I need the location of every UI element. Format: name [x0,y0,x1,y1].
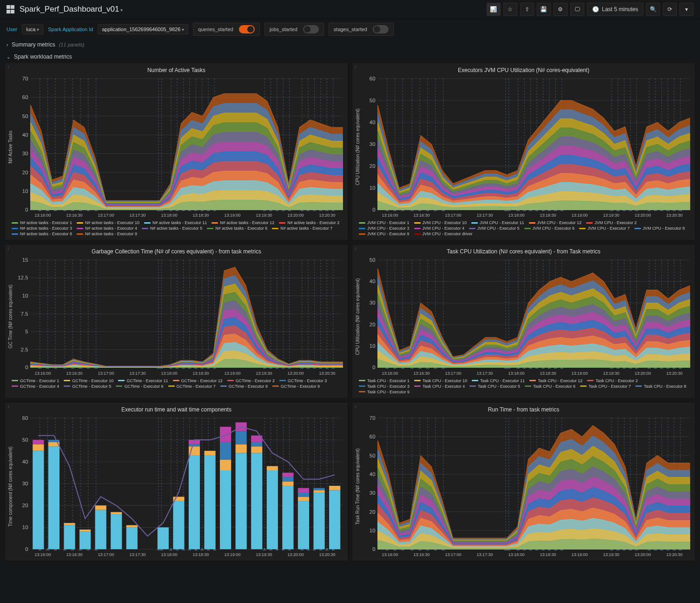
legend-item[interactable]: GCTime - Executor 5 [64,384,111,389]
chevron-down-icon: ⌄ [7,54,10,60]
svg-text:0: 0 [372,207,375,212]
legend-item[interactable]: Task CPU - Executor 1 [359,378,409,383]
chart-area[interactable]: 010203040506070 13:16:0013:16:3013:17:00… [361,416,692,557]
chart-area[interactable]: 0102030405060 13:16:0013:16:3013:17:0013… [14,416,345,557]
legend-item[interactable]: N# active tasks - Executor 10 [77,220,139,225]
legend-item[interactable]: JVM CPU - Executor 8 [634,226,685,231]
legend-item[interactable]: Task CPU - Executor 9 [359,390,409,394]
legend-item[interactable]: JVM CPU - Executor 4 [414,226,465,231]
toggle-switch[interactable] [239,25,255,33]
x-axis-ticks: 13:16:0013:16:3013:17:0013:17:3013:18:00… [14,212,345,218]
legend-item[interactable]: GCTime - Executor 12 [173,378,223,383]
toggle-queries_started[interactable]: queries_started [193,23,260,36]
row-spark-workload-metrics[interactable]: ⌄ Spark workload metrics [0,51,700,63]
legend-item[interactable]: GCTime - Executor 11 [118,378,168,383]
legend-item[interactable]: GCTime - Executor 7 [168,384,216,389]
legend-item[interactable]: GCTime - Executor 10 [64,378,113,383]
y-axis-label: Task Run Time (N# cores equivalent) [355,416,361,557]
toggle-stages_started[interactable]: stages_started [329,23,394,36]
legend: JVM CPU - Executor 1JVM CPU - Executor 1… [355,218,692,236]
legend-item[interactable]: GCTime - Executor 1 [12,378,59,383]
settings-button[interactable]: ⚙ [554,3,568,16]
cycle-view-button[interactable]: 🖵 [570,3,584,16]
legend-item[interactable]: N# active tasks - Executor 6 [207,226,267,231]
legend-item[interactable]: JVM CPU - Executor 12 [529,220,582,225]
time-range-button[interactable]: 🕓 Last 5 minutes [587,3,643,16]
star-button[interactable]: ☆ [503,3,517,16]
legend-item[interactable]: Task CPU - Executor 5 [469,384,520,389]
svg-rect-400 [282,481,293,485]
toggle-switch[interactable] [303,25,319,33]
panel-run-time[interactable]: Run Time - from task metrics Task Run Ti… [352,402,695,561]
legend-item[interactable]: GCTime - Executor 9 [272,384,320,389]
legend-item[interactable]: Task CPU - Executor 8 [635,384,686,389]
legend-item[interactable]: GCTime - Executor 3 [279,378,327,383]
svg-rect-405 [298,492,309,497]
legend-item[interactable]: Task CPU - Executor 12 [529,378,582,383]
y-axis-label: N# Active Tasks [8,76,14,218]
svg-rect-408 [313,490,324,492]
legend-item[interactable]: JVM CPU - Executor 2 [586,220,637,225]
legend-item[interactable]: Task CPU - Executor 3 [359,384,409,389]
row-summary-metrics[interactable]: › Summary metrics (11 panels) [0,39,700,51]
svg-text:60: 60 [22,94,28,100]
legend-item[interactable]: N# active tasks - Executor 2 [279,220,339,225]
legend-item[interactable]: Task CPU - Executor 11 [472,378,525,383]
legend-item[interactable]: JVM CPU - Executor 1 [359,220,409,225]
panel-gc-time[interactable]: Garbage Collection Time (N# of cores equ… [5,244,348,398]
legend-item[interactable]: GCTime - Executor 2 [227,378,275,383]
x-axis-ticks: 13:16:0013:16:3013:17:0013:17:3013:18:00… [361,212,692,218]
svg-text:2.5: 2.5 [21,347,28,352]
legend-item[interactable]: N# active tasks - Executor 4 [77,226,137,231]
svg-rect-375 [126,525,138,528]
legend-item[interactable]: N# active tasks - Executor 5 [142,226,202,231]
var-user-value[interactable]: luca [22,24,43,34]
share-button[interactable]: ⇪ [520,3,534,16]
svg-rect-369 [79,530,91,532]
refresh-button[interactable]: ⟳ [663,3,677,16]
legend-item[interactable]: N# active tasks - Executor 3 [12,226,72,231]
legend-item[interactable]: JVM CPU - Executor 5 [469,226,520,231]
legend-item[interactable]: GCTime - Executor 8 [220,384,268,389]
legend-item[interactable]: Task CPU - Executor 7 [580,384,631,389]
legend-item[interactable]: JVM CPU - Executor 9 [359,232,409,236]
legend-item[interactable]: JVM CPU - Executor 6 [524,226,575,231]
legend-item[interactable]: JVM CPU - Executor driver [414,232,473,236]
legend-item[interactable]: N# active tasks - Executor 8 [12,232,72,236]
chart-area[interactable]: 010203040506070 13:16:0013:16:3013:17:00… [14,76,345,218]
legend-item[interactable]: Task CPU - Executor 4 [414,384,465,389]
row-title: Spark workload metrics [14,53,72,60]
chart-area[interactable]: 0102030405060 13:16:0013:16:3013:17:0013… [361,76,692,218]
legend-item[interactable]: JVM CPU - Executor 10 [414,220,467,225]
chart-area[interactable]: 01020304050 13:16:0013:16:3013:17:0013:1… [361,258,692,376]
legend-item[interactable]: JVM CPU - Executor 3 [359,226,409,231]
legend-item[interactable]: Task CPU - Executor 6 [525,384,575,389]
var-app-value[interactable]: application_1562699646005_9826 [98,24,188,34]
add-panel-button[interactable]: 📊 [487,3,501,16]
legend-item[interactable]: N# active tasks - Executor 9 [77,232,137,236]
legend-item[interactable]: N# active tasks - Executor 7 [272,226,332,231]
toggle-switch[interactable] [373,25,389,33]
legend-item[interactable]: GCTime - Executor 6 [116,384,163,389]
svg-text:10: 10 [22,293,28,298]
legend-item[interactable]: Task CPU - Executor 2 [587,378,638,383]
refresh-interval-button[interactable]: ▾ [680,3,693,16]
legend-item[interactable]: JVM CPU - Executor 7 [579,226,630,231]
legend-item[interactable]: Task CPU - Executor 10 [414,378,467,383]
legend-item[interactable]: GCTime - Executor 4 [12,384,59,389]
panel-task-cpu[interactable]: Task CPU Utilization (N# cores equivalen… [352,244,695,398]
save-button[interactable]: 💾 [537,3,551,16]
legend-item[interactable]: N# active tasks - Executor 11 [144,220,207,225]
legend-item[interactable]: JVM CPU - Executor 11 [471,220,524,225]
legend-item[interactable]: N# active tasks - Executor 12 [211,220,274,225]
panel-run-wait-components[interactable]: Executor run time and wait time componen… [5,402,348,561]
chart-area[interactable]: 02.557.51012.515 13:16:0013:16:3013:17:0… [14,258,345,376]
svg-text:40: 40 [370,279,376,285]
toggle-jobs_started[interactable]: jobs_started [264,23,324,36]
panel-active-tasks[interactable]: Number of Active Tasks N# Active Tasks 0… [5,63,348,240]
panel-jvm-cpu[interactable]: Executors JVM CPU Utilization (N# cores-… [352,63,695,240]
svg-text:10: 10 [370,528,376,533]
zoom-out-button[interactable]: 🔍 [646,3,660,16]
legend-item[interactable]: N# active tasks - Executor 1 [12,220,72,225]
dashboard-title[interactable]: Spark_Perf_Dashboard_v01 [20,5,123,14]
